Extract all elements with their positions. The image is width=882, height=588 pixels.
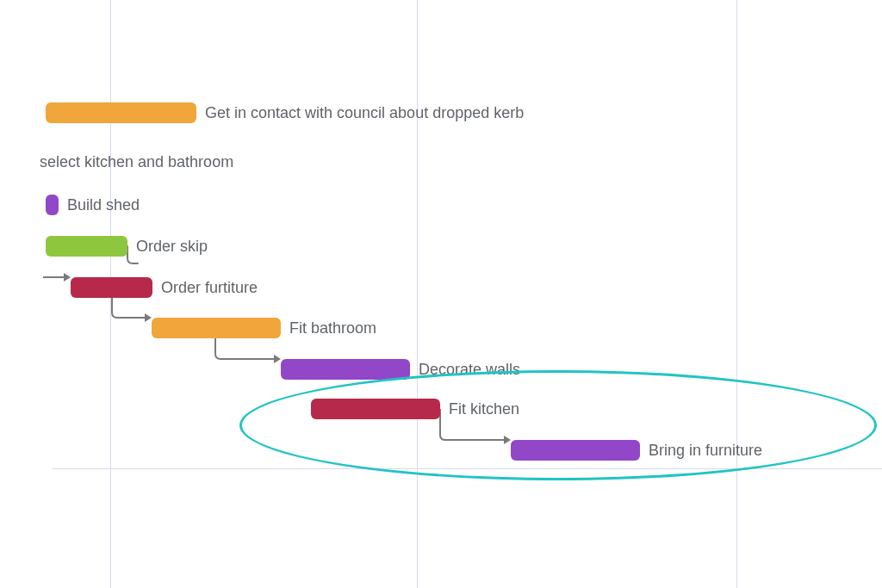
task-label: Fit kitchen	[449, 400, 519, 418]
task-bar[interactable]	[311, 399, 440, 419]
task-label: Get in contact with council about droppe…	[205, 104, 524, 122]
task-row[interactable]: Bring in furniture	[511, 430, 762, 471]
task-bar[interactable]	[46, 195, 59, 215]
svg-marker-4	[504, 436, 511, 444]
task-bar[interactable]	[511, 440, 640, 461]
task-row[interactable]: Get in contact with council about droppe…	[46, 92, 524, 133]
task-bar[interactable]	[71, 277, 152, 298]
task-row[interactable]: Order furtiture	[71, 267, 258, 308]
task-bar[interactable]	[152, 318, 281, 338]
task-row[interactable]: select kitchen and bathroom	[40, 141, 233, 183]
task-row[interactable]: Order skip	[46, 226, 208, 267]
gantt-chart: Get in contact with council about droppe…	[0, 0, 882, 588]
task-label: Build shed	[67, 196, 140, 214]
task-row[interactable]: Fit bathroom	[152, 307, 376, 349]
svg-marker-2	[145, 313, 152, 322]
task-bar[interactable]	[281, 359, 410, 380]
task-label: select kitchen and bathroom	[40, 153, 233, 171]
task-label: Decorate walls	[419, 361, 520, 379]
task-bar[interactable]	[46, 102, 196, 123]
task-row[interactable]: Decorate walls	[281, 349, 520, 390]
task-row[interactable]: Build shed	[46, 184, 140, 226]
task-bar[interactable]	[46, 236, 127, 257]
svg-marker-3	[274, 355, 281, 363]
task-label: Bring in furniture	[649, 442, 762, 460]
task-label: Fit bathroom	[289, 319, 376, 337]
task-label: Order skip	[136, 238, 208, 256]
task-label: Order furtiture	[161, 279, 258, 297]
grid-line	[736, 0, 737, 588]
svg-marker-1	[64, 273, 71, 282]
connector-arrow	[43, 276, 71, 278]
grid-line	[417, 0, 418, 588]
task-row[interactable]: Fit kitchen	[311, 388, 519, 430]
